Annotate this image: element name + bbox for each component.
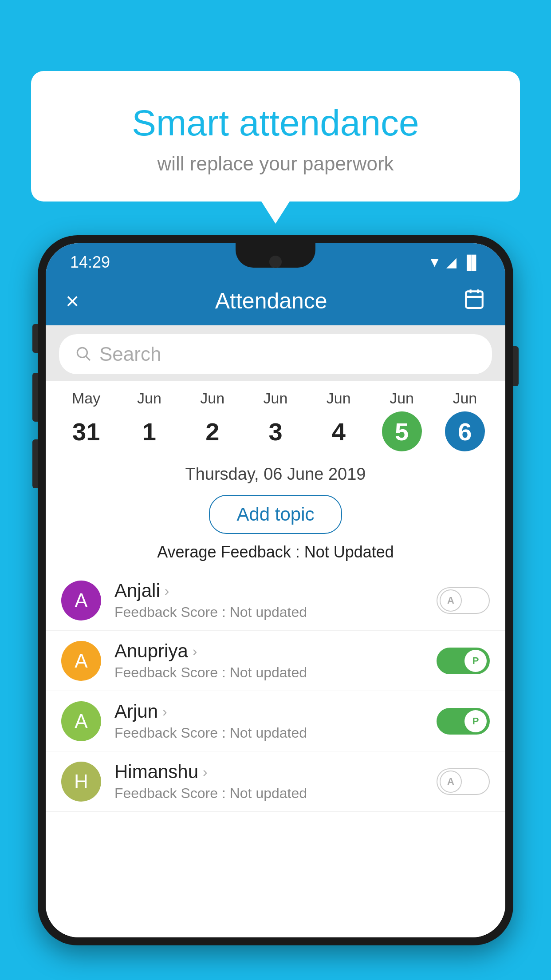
attendance-toggle[interactable]: A	[437, 587, 490, 614]
student-list: AAnjali ›Feedback Score : Not updatedAAA…	[46, 570, 505, 937]
chevron-icon: ›	[162, 703, 167, 720]
toggle-switch[interactable]: A	[437, 587, 490, 614]
calendar-day[interactable]: Jun3	[244, 390, 307, 451]
feedback-score: Feedback Score : Not updated	[114, 785, 423, 802]
cal-date-label: 1	[129, 411, 169, 451]
student-info: Anjali ›Feedback Score : Not updated	[114, 580, 423, 620]
add-topic-button[interactable]: Add topic	[209, 495, 342, 534]
phone-notch	[236, 243, 315, 268]
attendance-toggle[interactable]: A	[437, 768, 490, 795]
student-name: Arjun ›	[114, 701, 423, 722]
student-item[interactable]: AAnupriya ›Feedback Score : Not updatedP	[46, 631, 505, 691]
student-avatar: A	[61, 641, 101, 681]
toggle-switch[interactable]: A	[437, 768, 490, 795]
cal-month-label: Jun	[453, 390, 477, 407]
signal-icon: ◢	[446, 254, 457, 270]
speech-bubble-container: Smart attendance will replace your paper…	[31, 71, 520, 202]
cal-month-label: Jun	[137, 390, 161, 407]
phone-btn-left3	[32, 439, 38, 488]
speech-bubble: Smart attendance will replace your paper…	[31, 71, 520, 202]
search-bar-container: Search	[46, 325, 505, 381]
calendar-day[interactable]: Jun1	[118, 390, 181, 451]
search-bar[interactable]: Search	[59, 334, 492, 374]
selected-date: Thursday, 06 June 2019	[46, 456, 505, 488]
cal-date-label: 5	[382, 411, 422, 451]
add-topic-container: Add topic	[46, 488, 505, 543]
avg-feedback-value: Not Updated	[304, 543, 394, 561]
feedback-score: Feedback Score : Not updated	[114, 725, 423, 741]
calendar-day[interactable]: Jun2	[181, 390, 244, 451]
student-avatar: A	[61, 581, 101, 620]
calendar-day[interactable]: May31	[55, 390, 118, 451]
battery-icon: ▐▌	[462, 255, 481, 270]
chevron-icon: ›	[165, 583, 169, 599]
cal-date-label: 6	[445, 411, 485, 451]
avg-feedback-prefix: Average Feedback :	[157, 543, 304, 561]
phone-camera	[269, 256, 282, 268]
feedback-score: Feedback Score : Not updated	[114, 604, 423, 620]
phone-btn-right	[513, 346, 519, 386]
svg-point-4	[77, 348, 87, 357]
calendar-day[interactable]: Jun4	[307, 390, 370, 451]
app-header: × Attendance	[46, 277, 505, 325]
student-info: Himanshu ›Feedback Score : Not updated	[114, 761, 423, 802]
attendance-toggle[interactable]: P	[437, 648, 490, 674]
student-item[interactable]: HHimanshu ›Feedback Score : Not updatedA	[46, 751, 505, 812]
cal-month-label: Jun	[327, 390, 351, 407]
toggle-switch[interactable]: P	[437, 648, 490, 674]
status-icons: ▼ ◢ ▐▌	[428, 254, 481, 270]
toggle-knob: A	[440, 589, 462, 612]
cal-month-label: May	[72, 390, 100, 407]
bubble-title: Smart attendance	[67, 102, 484, 144]
phone-frame: 14:29 ▼ ◢ ▐▌ × Attendance	[38, 235, 513, 945]
cal-date-label: 3	[256, 411, 295, 451]
phone-container: 14:29 ▼ ◢ ▐▌ × Attendance	[38, 235, 513, 980]
phone-btn-left1	[32, 324, 38, 353]
phone-btn-left2	[32, 373, 38, 422]
svg-line-5	[86, 356, 90, 360]
calendar-day[interactable]: Jun5	[370, 390, 433, 451]
cal-month-label: Jun	[390, 390, 414, 407]
average-feedback: Average Feedback : Not Updated	[46, 543, 505, 570]
calendar-strip: May31Jun1Jun2Jun3Jun4Jun5Jun6	[46, 381, 505, 456]
search-icon	[75, 345, 91, 364]
cal-date-label: 4	[319, 411, 358, 451]
student-item[interactable]: AAnjali ›Feedback Score : Not updatedA	[46, 570, 505, 631]
content-area: Search May31Jun1Jun2Jun3Jun4Jun5Jun6 Thu…	[46, 325, 505, 937]
cal-month-label: Jun	[200, 390, 224, 407]
svg-rect-0	[466, 291, 483, 308]
toggle-knob: A	[440, 771, 462, 793]
phone-screen: 14:29 ▼ ◢ ▐▌ × Attendance	[46, 243, 505, 937]
toggle-knob: P	[464, 710, 487, 732]
student-name: Himanshu ›	[114, 761, 423, 782]
status-time: 14:29	[70, 253, 110, 272]
cal-date-label: 2	[193, 411, 232, 451]
bubble-subtitle: will replace your paperwork	[67, 153, 484, 175]
calendar-icon[interactable]	[463, 288, 485, 314]
chevron-icon: ›	[193, 643, 197, 660]
student-item[interactable]: AArjun ›Feedback Score : Not updatedP	[46, 691, 505, 751]
toggle-knob: P	[464, 650, 487, 672]
cal-month-label: Jun	[264, 390, 288, 407]
close-button[interactable]: ×	[66, 288, 79, 314]
calendar-day[interactable]: Jun6	[433, 390, 496, 451]
toggle-switch[interactable]: P	[437, 708, 490, 735]
student-info: Arjun ›Feedback Score : Not updated	[114, 701, 423, 741]
cal-date-label: 31	[66, 411, 106, 451]
student-avatar: A	[61, 701, 101, 741]
student-name: Anjali ›	[114, 580, 423, 601]
student-name: Anupriya ›	[114, 640, 423, 662]
search-placeholder: Search	[99, 343, 161, 365]
feedback-score: Feedback Score : Not updated	[114, 664, 423, 681]
student-avatar: H	[61, 762, 101, 802]
chevron-icon: ›	[203, 764, 208, 780]
header-title: Attendance	[215, 288, 327, 314]
wifi-icon: ▼	[428, 255, 441, 270]
student-info: Anupriya ›Feedback Score : Not updated	[114, 640, 423, 681]
attendance-toggle[interactable]: P	[437, 708, 490, 735]
